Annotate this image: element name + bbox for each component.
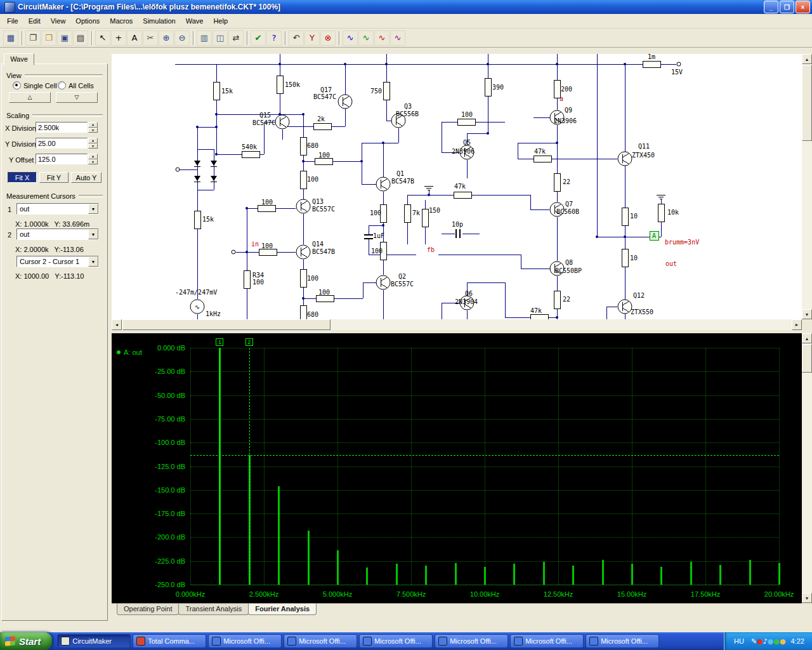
menu-macros[interactable]: Macros: [105, 15, 138, 27]
text-tool-icon[interactable]: A: [127, 30, 142, 46]
scroll-thumb[interactable]: [802, 344, 812, 373]
schematic-vertical-scrollbar[interactable]: ▲ ▼: [802, 54, 812, 319]
cursor1-select[interactable]: out ▼: [16, 203, 99, 215]
svg-text:100: 100: [318, 152, 330, 159]
probe-tool-icon[interactable]: Y: [304, 30, 320, 46]
y-division-input[interactable]: [36, 138, 88, 149]
tab-operating-point[interactable]: Operating Point: [117, 604, 179, 615]
scroll-right-arrow[interactable]: ►: [792, 319, 802, 330]
all-cells-radio[interactable]: All Cells: [58, 81, 94, 90]
open-file-icon[interactable]: ❒: [41, 30, 56, 46]
delete-tool-icon[interactable]: ✂: [143, 30, 158, 46]
task-button[interactable]: Microsoft Offi...: [586, 634, 659, 648]
spin-down-icon[interactable]: ▼: [88, 143, 98, 149]
antivirus-icon[interactable]: ●: [773, 637, 780, 646]
chart-vertical-scrollbar[interactable]: ▲ ▼: [802, 333, 812, 603]
task-button[interactable]: Total Comma...: [133, 634, 206, 648]
cursor-line-1[interactable]: [219, 348, 220, 585]
cursor-diff-select[interactable]: Cursor 2 - Cursor 1 ▼: [16, 256, 99, 267]
scroll-down-arrow[interactable]: ▼: [802, 309, 812, 319]
zoom-out-icon[interactable]: ⊖: [174, 30, 190, 46]
schematic-board-icon[interactable]: ▦: [3, 30, 18, 46]
y-offset-input[interactable]: [36, 154, 88, 164]
menu-help[interactable]: Help: [208, 15, 233, 27]
cursor-flag-1[interactable]: 1: [216, 338, 223, 346]
cursor2-select[interactable]: out ▼: [16, 229, 99, 240]
menu-edit[interactable]: Edit: [23, 15, 46, 27]
task-icon: [287, 637, 296, 646]
part-browser-icon[interactable]: ◫: [213, 30, 228, 46]
spin-down-icon[interactable]: ▼: [88, 128, 98, 133]
task-button[interactable]: CircuitMaker: [57, 634, 131, 648]
security-alert-icon[interactable]: ●: [757, 637, 763, 646]
task-button[interactable]: Microsoft Offi...: [284, 634, 357, 648]
x-division-input[interactable]: [36, 122, 88, 133]
volume-icon[interactable]: ♪: [763, 637, 768, 646]
dropdown-icon[interactable]: ▼: [88, 204, 98, 214]
cursor-line-2[interactable]: [249, 348, 250, 585]
restore-button[interactable]: ❐: [780, 1, 794, 13]
menu-wave[interactable]: Wave: [181, 15, 209, 27]
menu-file[interactable]: File: [2, 15, 23, 27]
dropdown-icon[interactable]: ▼: [88, 256, 98, 267]
arrow-tool-icon[interactable]: ↖: [95, 30, 110, 46]
new-file-icon[interactable]: ❐: [25, 30, 41, 46]
update-icon[interactable]: ●: [780, 637, 786, 646]
scroll-left-arrow[interactable]: ◄: [112, 319, 122, 330]
tab-transient-analysis[interactable]: Transient Analysis: [178, 604, 249, 615]
stop-simulation-icon[interactable]: ⊗: [320, 30, 336, 46]
find-part-icon[interactable]: ▥: [197, 30, 212, 46]
waveforms-icon[interactable]: ∿: [343, 30, 358, 46]
wave-tab[interactable]: Wave: [4, 53, 34, 65]
task-button[interactable]: Microsoft Offi...: [208, 634, 282, 648]
fit-x-button[interactable]: Fit X: [8, 172, 37, 183]
print-icon[interactable]: ▤: [73, 30, 88, 46]
rotate-part-icon[interactable]: ⇄: [228, 30, 244, 46]
scroll-up-button[interactable]: △: [9, 92, 51, 103]
check-rules-icon[interactable]: ✔: [251, 30, 266, 46]
minimize-button[interactable]: _: [764, 1, 778, 13]
menu-options[interactable]: Options: [70, 15, 105, 27]
scroll-up-arrow[interactable]: ▲: [802, 333, 812, 343]
messenger-icon[interactable]: ●: [768, 637, 774, 646]
scroll-up-arrow[interactable]: ▲: [802, 54, 812, 64]
menu-view[interactable]: View: [46, 15, 71, 27]
scroll-down-button[interactable]: ▽: [56, 92, 98, 103]
cursor-flag-2[interactable]: 2: [246, 338, 253, 346]
start-button[interactable]: Start: [0, 632, 52, 650]
scroll-thumb[interactable]: [802, 65, 812, 141]
menu-simulation[interactable]: Simulation: [138, 15, 180, 27]
task-button[interactable]: Microsoft Offi...: [359, 634, 433, 648]
language-indicator[interactable]: HU: [731, 637, 747, 646]
task-button[interactable]: Microsoft Offi...: [510, 634, 584, 648]
pen-icon[interactable]: ✎: [751, 637, 757, 646]
zoom-in-icon[interactable]: ⊕: [159, 30, 174, 46]
auto-y-button[interactable]: Auto Y: [71, 172, 102, 183]
measurement-cursors-group-label: Measurement Cursors: [6, 192, 103, 200]
spin-up-icon[interactable]: ▲: [88, 122, 98, 128]
save-icon[interactable]: ▣: [57, 30, 72, 46]
help-icon[interactable]: ?: [266, 30, 282, 46]
x-division-spinner[interactable]: ▲▼: [88, 122, 98, 133]
schematic-canvas[interactable]: ∿A15k150kQ17BC547C750Q3BC556B390200aQ92N…: [112, 54, 802, 319]
scroll-down-arrow[interactable]: ▼: [802, 593, 812, 603]
spin-down-icon[interactable]: ▼: [88, 159, 98, 165]
dc-analysis-icon[interactable]: ∿: [390, 30, 405, 46]
y-division-spinner[interactable]: ▲▼: [88, 138, 98, 149]
spin-up-icon[interactable]: ▲: [88, 154, 98, 159]
dropdown-icon[interactable]: ▼: [88, 229, 98, 239]
reset-icon[interactable]: ↶: [289, 30, 304, 46]
schematic-horizontal-scrollbar[interactable]: ◄ ►: [112, 319, 802, 330]
ac-analysis-icon[interactable]: ∿: [374, 30, 390, 46]
transient-setup-icon[interactable]: ∿: [358, 30, 374, 46]
close-button[interactable]: ×: [796, 1, 810, 13]
place-part-icon[interactable]: +: [111, 30, 126, 46]
y-offset-spinner[interactable]: ▲▼: [88, 154, 98, 164]
scroll-thumb[interactable]: [122, 319, 331, 330]
task-button[interactable]: Microsoft Offi...: [435, 634, 508, 648]
single-cell-radio[interactable]: Single Cell: [13, 81, 57, 90]
tab-fourier-analysis[interactable]: Fourier Analysis: [248, 604, 317, 615]
svg-text:22: 22: [563, 296, 570, 303]
spin-up-icon[interactable]: ▲: [88, 138, 98, 143]
fit-y-button[interactable]: Fit Y: [39, 172, 69, 183]
